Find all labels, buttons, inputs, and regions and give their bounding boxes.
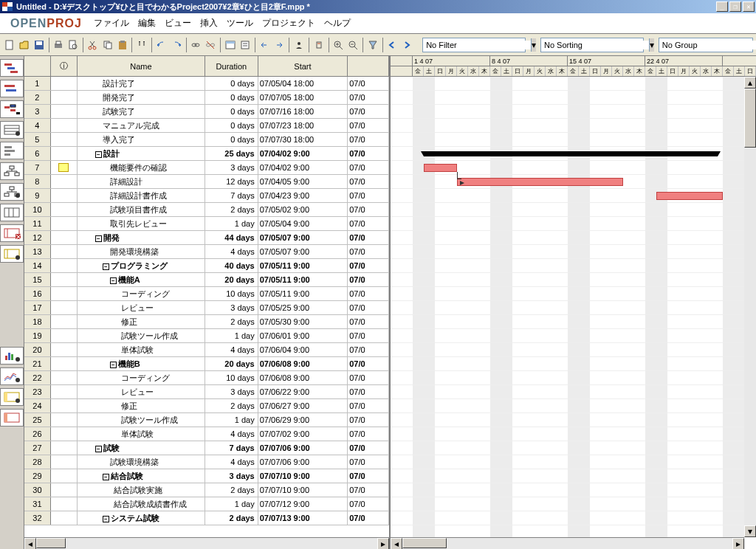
scroll-up-button[interactable]: ▴ bbox=[744, 77, 756, 89]
row-id[interactable]: 23 bbox=[24, 385, 51, 398]
gantt-hscroll[interactable]: ◂ ▸ bbox=[391, 537, 744, 549]
row-info[interactable] bbox=[51, 175, 78, 188]
task-start[interactable]: 07/05/25 9:00 bbox=[258, 301, 348, 314]
table-row[interactable]: 7機能要件の確認3 days07/04/02 9:0007/0 bbox=[24, 161, 389, 175]
row-info[interactable] bbox=[51, 329, 78, 342]
filter-button[interactable] bbox=[366, 37, 379, 53]
task-bar[interactable] bbox=[656, 192, 723, 200]
task-finish[interactable]: 07/0 bbox=[348, 469, 389, 483]
zoom-out-button[interactable] bbox=[346, 37, 360, 53]
task-duration[interactable]: 2 days bbox=[205, 203, 258, 216]
table-row[interactable]: 32−システム試験2 days07/07/13 9:0007/0 bbox=[24, 511, 389, 525]
task-duration[interactable]: 2 days bbox=[205, 483, 258, 497]
col-header-duration[interactable]: Duration bbox=[205, 56, 258, 76]
task-start[interactable]: 07/04/02 9:00 bbox=[258, 147, 348, 160]
row-id[interactable]: 26 bbox=[24, 427, 51, 441]
wbs-button[interactable] bbox=[0, 162, 24, 180]
gantt-row[interactable] bbox=[391, 77, 756, 91]
col-header-name[interactable]: Name bbox=[78, 56, 205, 76]
chevron-down-icon[interactable]: ▾ bbox=[649, 38, 654, 52]
row-id[interactable]: 12 bbox=[24, 231, 51, 244]
task-start[interactable]: 07/07/06 9:00 bbox=[258, 441, 348, 455]
row-info[interactable] bbox=[51, 315, 78, 328]
row-info[interactable] bbox=[51, 91, 78, 104]
task-name[interactable]: −結合試験 bbox=[78, 469, 205, 483]
task-finish[interactable]: 07/0 bbox=[348, 259, 389, 272]
table-row[interactable]: 30結合試験実施2 days07/07/10 9:0007/0 bbox=[24, 483, 389, 497]
gantt-row[interactable] bbox=[391, 315, 756, 329]
table-row[interactable]: 28試験環境構築4 days07/07/06 9:0007/0 bbox=[24, 455, 389, 469]
task-name[interactable]: −機能B bbox=[78, 357, 205, 370]
find-button[interactable] bbox=[135, 37, 148, 53]
row-info[interactable] bbox=[51, 357, 78, 370]
resource-sheet-button[interactable] bbox=[0, 245, 24, 263]
task-duration[interactable]: 1 day bbox=[205, 217, 258, 230]
task-finish[interactable]: 07/0 bbox=[348, 497, 389, 511]
task-duration[interactable]: 7 days bbox=[205, 189, 258, 202]
scroll-right-button[interactable]: ▸ bbox=[377, 538, 389, 549]
task-duration[interactable]: 1 day bbox=[205, 329, 258, 342]
task-finish[interactable]: 07/0 bbox=[348, 245, 389, 258]
network-view-button[interactable] bbox=[0, 100, 24, 118]
task-start[interactable]: 07/05/04 18:00 bbox=[258, 77, 348, 90]
task-start[interactable]: 07/06/22 9:00 bbox=[258, 385, 348, 398]
task-start[interactable]: 07/06/08 9:00 bbox=[258, 371, 348, 384]
gantt-row[interactable] bbox=[391, 175, 756, 189]
task-duration[interactable]: 0 days bbox=[205, 91, 258, 104]
row-id[interactable]: 21 bbox=[24, 357, 51, 370]
row-id[interactable]: 8 bbox=[24, 175, 51, 188]
task-duration[interactable]: 4 days bbox=[205, 343, 258, 356]
task-name[interactable]: 試験項目書作成 bbox=[78, 203, 205, 216]
histogram-button[interactable] bbox=[0, 347, 24, 365]
row-id[interactable]: 32 bbox=[24, 511, 51, 525]
task-name[interactable]: 修正 bbox=[78, 399, 205, 412]
scroll-track[interactable] bbox=[744, 89, 756, 525]
row-info[interactable] bbox=[51, 273, 78, 286]
maximize-button[interactable]: ❐ bbox=[729, 1, 741, 12]
task-name[interactable]: レビュー bbox=[78, 385, 205, 398]
task-start[interactable]: 07/05/07 9:00 bbox=[258, 231, 348, 244]
table-row[interactable]: 17レビュー3 days07/05/25 9:0007/0 bbox=[24, 301, 389, 315]
row-id[interactable]: 24 bbox=[24, 399, 51, 412]
task-start[interactable]: 07/07/12 9:00 bbox=[258, 497, 348, 511]
task-start[interactable]: 07/05/11 9:00 bbox=[258, 287, 348, 300]
gantt-vscroll[interactable]: ▴ ▾ bbox=[744, 77, 756, 537]
resource-button[interactable] bbox=[292, 37, 306, 53]
task-name[interactable]: 取引先レビュー bbox=[78, 217, 205, 230]
task-finish[interactable]: 07/0 bbox=[348, 147, 389, 160]
table-row[interactable]: 18修正2 days07/05/30 9:0007/0 bbox=[24, 315, 389, 329]
task-finish[interactable]: 07/0 bbox=[348, 175, 389, 188]
gantt-row[interactable] bbox=[391, 119, 756, 133]
task-duration[interactable]: 0 days bbox=[205, 77, 258, 90]
row-info[interactable] bbox=[51, 203, 78, 216]
row-info[interactable] bbox=[51, 343, 78, 356]
row-id[interactable]: 30 bbox=[24, 483, 51, 497]
gantt-row[interactable] bbox=[391, 105, 756, 119]
table-row[interactable]: 15−機能A20 days07/05/11 9:0007/0 bbox=[24, 273, 389, 287]
row-id[interactable]: 10 bbox=[24, 203, 51, 216]
task-finish[interactable]: 07/0 bbox=[348, 133, 389, 146]
row-id[interactable]: 31 bbox=[24, 497, 51, 511]
task-start[interactable]: 07/06/01 9:00 bbox=[258, 329, 348, 342]
next-button[interactable] bbox=[400, 37, 413, 53]
row-id[interactable]: 6 bbox=[24, 147, 51, 160]
gantt-row[interactable] bbox=[391, 91, 756, 105]
gantt-row[interactable] bbox=[391, 273, 756, 287]
task-finish[interactable]: 07/0 bbox=[348, 231, 389, 244]
resource-details-button[interactable] bbox=[0, 409, 24, 427]
menu-item[interactable]: ツール bbox=[227, 18, 253, 28]
task-bar[interactable] bbox=[424, 164, 457, 172]
gantt-row[interactable] bbox=[391, 371, 756, 385]
report-button[interactable] bbox=[0, 204, 24, 221]
paste-button[interactable] bbox=[116, 37, 129, 53]
row-id[interactable]: 20 bbox=[24, 343, 51, 356]
scroll-track[interactable] bbox=[402, 538, 732, 549]
gantt-row[interactable] bbox=[391, 511, 756, 525]
row-info[interactable] bbox=[51, 231, 78, 244]
resource-view-button[interactable] bbox=[0, 121, 24, 139]
task-name[interactable]: コーディング bbox=[78, 371, 205, 384]
task-name[interactable]: 単体試験 bbox=[78, 343, 205, 356]
row-id[interactable]: 22 bbox=[24, 371, 51, 384]
row-info[interactable] bbox=[51, 133, 78, 146]
row-info[interactable] bbox=[51, 399, 78, 412]
